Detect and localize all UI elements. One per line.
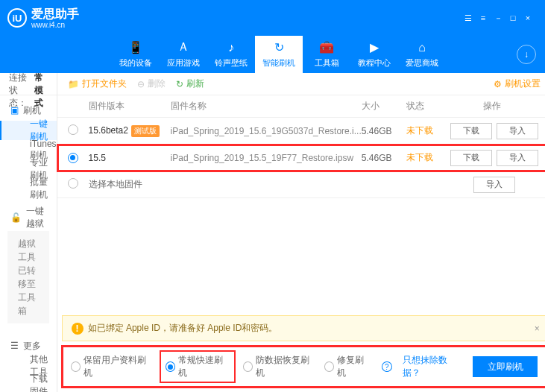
- download-button[interactable]: 下载: [450, 150, 492, 166]
- nav-应用游戏[interactable]: Ａ应用游戏: [160, 36, 207, 73]
- toolbar: 📁打开文件夹 ⊖删除 ↻刷新 ⚙刷机设置: [57, 73, 545, 95]
- nav-我的设备[interactable]: 📱我的设备: [112, 36, 160, 73]
- flash-now-button[interactable]: 立即刷机: [473, 356, 537, 377]
- minimize-button[interactable]: －: [491, 13, 505, 23]
- window-controls: ☰ ≡ － □ ×: [461, 13, 535, 23]
- close-warning-button[interactable]: ×: [535, 323, 540, 334]
- firmware-row[interactable]: 15.5iPad_Spring_2019_15.5_19F77_Restore.…: [57, 145, 545, 171]
- radio-local[interactable]: [68, 178, 78, 189]
- delete-icon: ⊖: [137, 79, 145, 89]
- jailbreak-note: 越狱工具已转移至工具箱: [7, 231, 49, 323]
- gear-icon: ⚙: [494, 79, 502, 89]
- nav-icon: Ａ: [177, 41, 190, 54]
- nav-爱思商城[interactable]: ⌂爱思商城: [398, 36, 446, 73]
- nav-工具箱[interactable]: 🧰工具箱: [303, 36, 350, 73]
- mode-option[interactable]: 保留用户资料刷机: [71, 354, 152, 379]
- list-icon[interactable]: ≡: [476, 13, 490, 23]
- import-local-button[interactable]: 导入: [473, 177, 515, 193]
- nav-铃声壁纸[interactable]: ♪铃声壁纸: [207, 36, 255, 73]
- delete-button: ⊖删除: [137, 78, 166, 90]
- nav-icon: ↻: [272, 41, 286, 54]
- radio-mode[interactable]: [166, 361, 175, 372]
- download-indicator-icon[interactable]: ↓: [517, 45, 536, 64]
- refresh-button[interactable]: ↻刷新: [176, 78, 204, 90]
- local-firmware-row[interactable]: 选择本地固件 导入: [57, 171, 545, 198]
- nav-icon: ⌂: [415, 41, 429, 54]
- nav-icon: ♪: [224, 41, 238, 54]
- folder-icon: 📁: [68, 79, 79, 89]
- refresh-icon: ↻: [176, 79, 183, 89]
- sidebar-item[interactable]: 批量刷机: [0, 179, 57, 198]
- radio-firmware[interactable]: [68, 124, 78, 135]
- sidebar-item[interactable]: 一键刷机: [0, 121, 57, 140]
- import-button[interactable]: 导入: [497, 150, 538, 166]
- nav-智能刷机[interactable]: ↻智能刷机: [255, 36, 303, 73]
- nav-icon: ▶: [368, 41, 381, 54]
- firmware-row[interactable]: 15.6beta2测试版iPad_Spring_2019_15.6_19G503…: [57, 118, 545, 145]
- import-button[interactable]: 导入: [497, 123, 538, 139]
- app-logo: iU: [7, 8, 27, 28]
- flash-mode-bar: 保留用户资料刷机常规快速刷机防数据恢复刷机修复刷机 ? 只想抹除数据？ 立即刷机: [62, 346, 545, 388]
- sidebar: 设备连接状态：正常模式 ▣刷机 一键刷机iTunes刷机专业刷机批量刷机 🔓一键…: [0, 73, 57, 392]
- radio-mode[interactable]: [71, 361, 81, 372]
- info-icon[interactable]: ?: [382, 361, 392, 372]
- radio-mode[interactable]: [324, 361, 334, 372]
- sidebar-item[interactable]: 下载固件: [0, 376, 57, 392]
- nav-icon: 🧰: [320, 41, 333, 54]
- open-folder-button[interactable]: 📁打开文件夹: [68, 78, 127, 90]
- radio-mode[interactable]: [243, 361, 253, 372]
- mode-option[interactable]: 防数据恢复刷机: [243, 354, 315, 379]
- mode-option[interactable]: 常规快速刷机: [161, 352, 234, 382]
- nav-icon: 📱: [129, 41, 142, 54]
- sidebar-head-jailbreak[interactable]: 🔓一键越狱: [0, 207, 57, 228]
- connection-status: 设备连接状态：正常模式: [0, 73, 57, 95]
- table-header: 固件版本 固件名称 大小 状态 操作: [57, 95, 545, 118]
- menu-icon[interactable]: ☰: [461, 13, 475, 23]
- flash-settings-button[interactable]: ⚙刷机设置: [494, 78, 541, 90]
- radio-firmware[interactable]: [68, 153, 78, 163]
- warning-icon: !: [72, 323, 84, 335]
- erase-only-link[interactable]: 只想抹除数据？: [403, 354, 463, 379]
- nav-教程中心[interactable]: ▶教程中心: [350, 36, 398, 73]
- navbar: 📱我的设备Ａ应用游戏♪铃声壁纸↻智能刷机🧰工具箱▶教程中心⌂爱思商城 ↓: [0, 36, 545, 73]
- maximize-button[interactable]: □: [506, 13, 520, 23]
- close-button[interactable]: ×: [521, 13, 535, 23]
- titlebar: iU 爱思助手 www.i4.cn ☰ ≡ － □ ×: [0, 0, 545, 36]
- main-panel: 📁打开文件夹 ⊖删除 ↻刷新 ⚙刷机设置 固件版本 固件名称 大小 状态 操作 …: [57, 73, 545, 392]
- brand-url: www.i4.cn: [31, 21, 79, 29]
- brand-name: 爱思助手: [31, 7, 79, 22]
- download-button[interactable]: 下载: [450, 123, 492, 139]
- mode-option[interactable]: 修复刷机: [324, 354, 371, 379]
- appleid-warning: ! 如已绑定 Apple ID，请准备好 Apple ID和密码。 ×: [62, 315, 545, 341]
